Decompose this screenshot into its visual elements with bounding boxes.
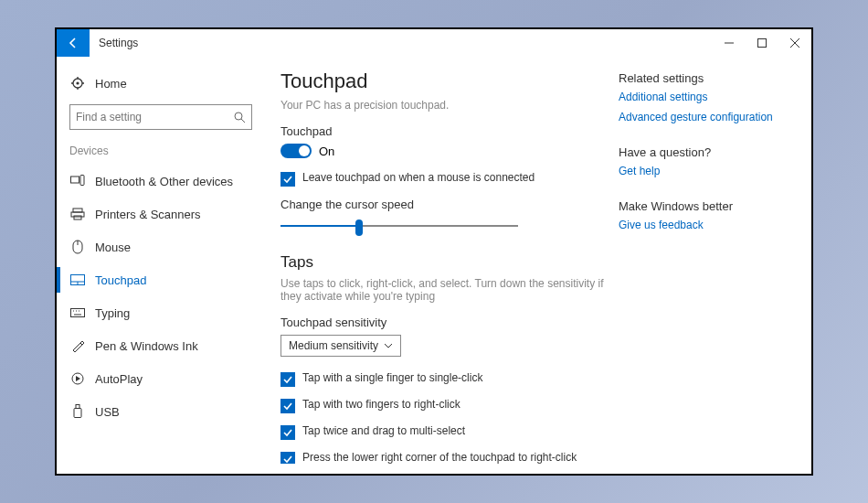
- link-get-help[interactable]: Get help: [619, 165, 802, 177]
- content: Touchpad Your PC has a precision touchpa…: [281, 70, 609, 474]
- link-advanced-gesture[interactable]: Advanced gesture configuration: [619, 111, 802, 123]
- touchpad-icon: [69, 274, 86, 285]
- check-icon: [282, 401, 293, 412]
- cursor-speed-label: Change the cursor speed: [281, 198, 609, 211]
- sidebar-item-pen[interactable]: Pen & Windows Ink: [69, 329, 271, 362]
- devices-icon: [69, 175, 86, 187]
- sidebar-item-autoplay[interactable]: AutoPlay: [69, 362, 271, 395]
- touchpad-toggle-label: Touchpad: [281, 124, 609, 138]
- sensitivity-value: Medium sensitivity: [289, 339, 378, 352]
- toggle-state: On: [319, 144, 334, 158]
- sidebar-item-label: Mouse: [95, 241, 131, 254]
- sidebar-item-label: Printers & Scanners: [95, 208, 201, 221]
- sidebar-item-label: Touchpad: [95, 273, 146, 287]
- taps-heading: Taps: [281, 253, 609, 272]
- window-title: Settings: [99, 37, 138, 49]
- feedback-heading: Make Windows better: [619, 199, 802, 213]
- sidebar-item-label: Bluetooth & Other devices: [95, 175, 233, 188]
- svg-point-8: [235, 112, 242, 120]
- minimize-button[interactable]: [713, 29, 746, 57]
- printer-icon: [69, 208, 86, 220]
- check-icon: [282, 427, 293, 438]
- svg-rect-10: [71, 177, 79, 183]
- check-label: Tap with a single finger to single-click: [302, 371, 482, 384]
- sensitivity-label: Touchpad sensitivity: [281, 316, 609, 329]
- taps-desc: Use taps to click, right-click, and sele…: [281, 277, 609, 303]
- mouse-icon: [69, 240, 86, 254]
- back-button[interactable]: [57, 29, 90, 57]
- pen-icon: [69, 339, 86, 352]
- sidebar-item-typing[interactable]: Typing: [69, 296, 271, 329]
- sidebar-item-usb[interactable]: USB: [69, 395, 271, 428]
- cursor-speed-slider[interactable]: [281, 217, 518, 235]
- gear-icon: [69, 76, 86, 91]
- titlebar: Settings: [57, 29, 811, 57]
- window-controls: [713, 29, 811, 57]
- svg-rect-12: [73, 209, 82, 212]
- question-heading: Have a question?: [619, 145, 802, 159]
- checkbox-checked[interactable]: [281, 452, 295, 464]
- sidebar-item-label: AutoPlay: [95, 372, 143, 386]
- svg-point-3: [76, 81, 79, 84]
- link-additional-settings[interactable]: Additional settings: [619, 91, 802, 103]
- check-icon: [282, 174, 293, 185]
- sidebar-item-bluetooth[interactable]: Bluetooth & Other devices: [69, 165, 271, 198]
- checkbox-checked[interactable]: [281, 425, 295, 440]
- tap-single-checkbox-row[interactable]: Tap with a single finger to single-click: [281, 371, 609, 387]
- sidebar-item-label: Pen & Windows Ink: [95, 339, 198, 353]
- touchpad-toggle[interactable]: [281, 144, 312, 158]
- svg-rect-1: [758, 39, 767, 48]
- sidebar-item-touchpad[interactable]: Touchpad: [69, 263, 271, 296]
- svg-line-9: [241, 119, 245, 123]
- checkbox-checked[interactable]: [281, 172, 295, 187]
- sidebar-item-mouse[interactable]: Mouse: [69, 230, 271, 263]
- page-title: Touchpad: [281, 70, 609, 93]
- maximize-icon: [757, 38, 767, 48]
- sidebar: Home Find a setting Devices Bluetooth & …: [57, 57, 271, 474]
- link-give-feedback[interactable]: Give us feedback: [619, 219, 802, 231]
- search-icon: [234, 112, 246, 123]
- search-placeholder: Find a setting: [76, 111, 234, 123]
- tap-drag-checkbox-row[interactable]: Tap twice and drag to multi-select: [281, 424, 609, 440]
- close-icon: [790, 38, 799, 48]
- aside: Related settings Additional settings Adv…: [609, 70, 802, 474]
- maximize-button[interactable]: [746, 29, 778, 57]
- leave-on-label: Leave touchpad on when a mouse is connec…: [302, 171, 535, 184]
- related-heading: Related settings: [619, 71, 802, 85]
- sensitivity-select[interactable]: Medium sensitivity: [281, 335, 401, 357]
- sidebar-item-printers[interactable]: Printers & Scanners: [69, 198, 271, 230]
- autoplay-icon: [69, 372, 86, 385]
- minimize-icon: [725, 38, 734, 48]
- chevron-down-icon: [384, 343, 393, 348]
- tap-two-checkbox-row[interactable]: Tap with two fingers to right-click: [281, 398, 609, 413]
- tap-corner-checkbox-row[interactable]: Press the lower right corner of the touc…: [281, 451, 609, 464]
- checkbox-checked[interactable]: [281, 399, 295, 413]
- check-label: Tap twice and drag to multi-select: [302, 424, 465, 437]
- slider-thumb[interactable]: [355, 219, 363, 236]
- check-label: Press the lower right corner of the touc…: [302, 451, 577, 464]
- close-button[interactable]: [778, 29, 811, 57]
- svg-rect-20: [71, 309, 85, 317]
- usb-icon: [69, 404, 86, 419]
- keyboard-icon: [69, 308, 86, 317]
- svg-rect-11: [80, 176, 84, 186]
- section-label: Devices: [69, 144, 271, 157]
- svg-rect-26: [76, 405, 79, 409]
- svg-rect-27: [74, 409, 81, 418]
- sidebar-item-label: Typing: [95, 306, 130, 320]
- search-input[interactable]: Find a setting: [69, 104, 252, 130]
- check-label: Tap with two fingers to right-click: [302, 398, 460, 411]
- leave-on-checkbox-row[interactable]: Leave touchpad on when a mouse is connec…: [281, 171, 609, 187]
- home-nav[interactable]: Home: [69, 70, 271, 97]
- arrow-left-icon: [67, 37, 79, 49]
- check-icon: [282, 454, 293, 464]
- settings-window: Settings Home Find a: [55, 27, 813, 476]
- checkbox-checked[interactable]: [281, 372, 295, 387]
- home-label: Home: [95, 77, 127, 91]
- check-icon: [282, 374, 293, 385]
- precision-note: Your PC has a precision touchpad.: [281, 99, 609, 112]
- sidebar-item-label: USB: [95, 405, 120, 419]
